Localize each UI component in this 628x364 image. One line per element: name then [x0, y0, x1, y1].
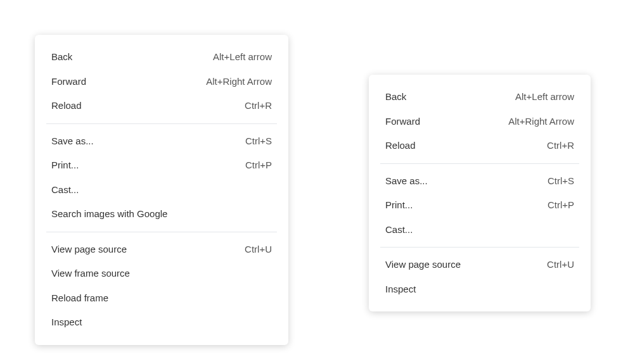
menu-item-label: Reload frame: [51, 291, 108, 306]
menu-item-save-as[interactable]: Save as... Ctrl+S: [35, 129, 288, 154]
context-menu-iframe: Back Alt+Left arrow Forward Alt+Right Ar…: [35, 35, 288, 345]
menu-item-label: Cast...: [51, 183, 79, 198]
menu-divider: [380, 247, 579, 248]
menu-item-reload[interactable]: Reload Ctrl+R: [35, 94, 288, 118]
menu-item-shortcut: Ctrl+R: [245, 99, 272, 113]
menu-item-shortcut: Ctrl+S: [245, 134, 272, 149]
menu-item-label: Cast...: [385, 223, 413, 237]
context-menu-page: Back Alt+Left arrow Forward Alt+Right Ar…: [369, 75, 591, 311]
menu-item-label: Save as...: [385, 174, 428, 189]
menu-item-print[interactable]: Print... Ctrl+P: [369, 193, 591, 218]
menu-item-label: View frame source: [51, 267, 130, 281]
menu-item-label: Reload: [385, 139, 416, 153]
menu-item-view-frame-source[interactable]: View frame source: [35, 261, 288, 286]
menu-item-shortcut: Ctrl+P: [548, 198, 574, 213]
menu-item-shortcut: Ctrl+R: [547, 139, 574, 153]
menu-item-shortcut: Alt+Right Arrow: [206, 75, 272, 89]
menu-item-reload-frame[interactable]: Reload frame: [35, 286, 288, 311]
menu-item-label: Print...: [51, 158, 79, 173]
menu-item-view-page-source[interactable]: View page source Ctrl+U: [369, 253, 591, 277]
menu-item-inspect[interactable]: Inspect: [35, 310, 288, 335]
menu-item-shortcut: Ctrl+U: [245, 242, 272, 257]
menu-item-label: View page source: [385, 258, 461, 272]
menu-item-back[interactable]: Back Alt+Left arrow: [35, 45, 288, 70]
menu-item-view-page-source[interactable]: View page source Ctrl+U: [35, 237, 288, 262]
menu-item-search-images[interactable]: Search images with Google: [35, 202, 288, 227]
menu-divider: [46, 232, 277, 232]
menu-item-cast[interactable]: Cast...: [369, 218, 591, 242]
menu-item-label: Inspect: [385, 282, 416, 297]
menu-item-label: Search images with Google: [51, 207, 167, 222]
menu-item-forward[interactable]: Forward Alt+Right Arrow: [369, 110, 591, 134]
menu-item-label: Inspect: [51, 315, 82, 330]
menu-item-label: Back: [51, 50, 72, 65]
menu-divider: [46, 123, 277, 124]
menu-item-shortcut: Alt+Right Arrow: [508, 115, 574, 129]
menu-item-print[interactable]: Print... Ctrl+P: [35, 153, 288, 178]
menu-item-forward[interactable]: Forward Alt+Right Arrow: [35, 70, 288, 94]
menu-item-cast[interactable]: Cast...: [35, 178, 288, 203]
menu-divider: [380, 163, 579, 164]
menu-item-label: View page source: [51, 242, 127, 257]
menu-item-shortcut: Alt+Left arrow: [515, 90, 574, 104]
menu-item-reload[interactable]: Reload Ctrl+R: [369, 134, 591, 158]
menu-item-save-as[interactable]: Save as... Ctrl+S: [369, 169, 591, 194]
menu-item-shortcut: Ctrl+S: [548, 174, 574, 189]
menu-item-label: Save as...: [51, 134, 94, 149]
menu-item-shortcut: Ctrl+P: [245, 158, 272, 173]
menu-item-label: Print...: [385, 198, 413, 213]
menu-item-label: Forward: [385, 115, 420, 129]
menu-item-label: Back: [385, 90, 406, 104]
menu-item-shortcut: Ctrl+U: [547, 258, 574, 272]
menu-item-inspect[interactable]: Inspect: [369, 277, 591, 302]
menu-item-shortcut: Alt+Left arrow: [213, 50, 272, 65]
menu-item-label: Forward: [51, 75, 86, 89]
menu-item-back[interactable]: Back Alt+Left arrow: [369, 85, 591, 110]
menu-item-label: Reload: [51, 99, 82, 113]
